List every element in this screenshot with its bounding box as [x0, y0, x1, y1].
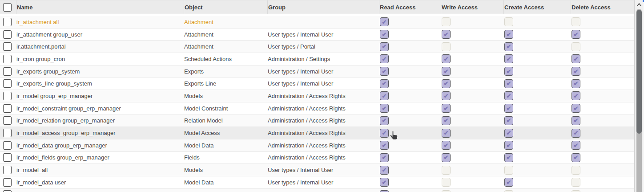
cell-name[interactable]: ir_model group_erp_manager: [16, 90, 184, 102]
cell-name[interactable]: ir_model_constraint group_erp_manager: [16, 102, 184, 114]
read-access-checkbox[interactable]: ✔: [380, 54, 389, 63]
create-access-checkbox[interactable]: [504, 190, 513, 192]
cell-name[interactable]: ir_model_relation group_erp_manager: [16, 115, 184, 127]
create-access-checkbox[interactable]: ✔: [504, 129, 513, 138]
cell-name[interactable]: ir_model_fields group_erp_manager: [16, 152, 184, 164]
read-access-checkbox[interactable]: ✔: [380, 166, 389, 175]
cell-group[interactable]: Administration / Access Rights: [267, 90, 379, 102]
cell-object[interactable]: Exports Line: [184, 78, 267, 90]
write-access-checkbox[interactable]: ✔: [442, 116, 451, 125]
delete-access-checkbox[interactable]: ✔: [572, 91, 580, 100]
row-select-checkbox[interactable]: [3, 92, 12, 100]
cell-name[interactable]: ir_model_data group_erp_manager: [16, 139, 184, 151]
cell-name[interactable]: ir_cron group_cron: [16, 53, 184, 65]
read-access-checkbox[interactable]: ✔: [380, 79, 389, 88]
delete-access-checkbox[interactable]: [572, 190, 580, 192]
create-access-checkbox[interactable]: [504, 166, 513, 175]
create-access-checkbox[interactable]: [504, 17, 513, 26]
cell-name[interactable]: ir_exports group_system: [16, 65, 184, 78]
create-access-checkbox[interactable]: ✔: [504, 104, 513, 113]
delete-access-checkbox[interactable]: ✔: [572, 153, 580, 162]
cell-group[interactable]: Administration / Access Rights: [267, 152, 379, 164]
table-row[interactable]: ir.attachment.portalAttachmentUser types…: [0, 41, 634, 53]
write-access-checkbox[interactable]: [442, 178, 451, 187]
delete-access-checkbox[interactable]: ✔: [572, 54, 580, 63]
cell-object[interactable]: Relation Model: [184, 115, 267, 127]
create-access-checkbox[interactable]: ✔: [504, 141, 513, 150]
cell-name[interactable]: ir_model_data user: [16, 176, 184, 188]
cell-group[interactable]: Administration / Settings: [267, 53, 379, 65]
cell-object[interactable]: Models: [184, 164, 267, 176]
write-access-checkbox[interactable]: ✔: [442, 67, 451, 76]
read-access-checkbox[interactable]: ✔: [380, 141, 389, 150]
cell-name[interactable]: ir_model_fields all: [16, 189, 184, 192]
write-access-checkbox[interactable]: [442, 166, 451, 175]
cell-group[interactable]: Administration / Access Rights: [267, 139, 379, 151]
row-select-checkbox[interactable]: [3, 190, 12, 192]
delete-access-checkbox[interactable]: [572, 166, 580, 175]
row-select-checkbox[interactable]: [3, 104, 12, 113]
scroll-up-button[interactable]: [635, 1, 644, 8]
table-row[interactable]: ir_model_allModelsUser types / Internal …: [0, 164, 634, 176]
read-access-checkbox[interactable]: ✔: [380, 42, 389, 51]
delete-access-checkbox[interactable]: ✔: [572, 30, 580, 39]
write-access-checkbox[interactable]: ✔: [442, 54, 451, 63]
row-select-checkbox[interactable]: [3, 129, 12, 137]
table-row[interactable]: ir_model_data group_erp_managerModel Dat…: [0, 139, 634, 152]
write-access-checkbox[interactable]: [442, 42, 451, 51]
cell-object[interactable]: Exports: [184, 65, 267, 78]
write-access-checkbox[interactable]: ✔: [442, 104, 451, 113]
row-select-checkbox[interactable]: [3, 30, 12, 39]
cell-object[interactable]: Attachment: [184, 16, 267, 28]
table-row[interactable]: ir_cron group_cronScheduled ActionsAdmin…: [0, 53, 634, 65]
row-select-checkbox[interactable]: [3, 42, 12, 51]
cell-object[interactable]: Model Access: [184, 127, 267, 139]
cell-group[interactable]: User types / Portal: [267, 41, 379, 53]
create-access-checkbox[interactable]: ✔: [504, 67, 513, 76]
write-access-checkbox[interactable]: [442, 17, 451, 26]
create-access-checkbox[interactable]: ✔: [504, 178, 513, 187]
read-access-checkbox[interactable]: ✔: [380, 190, 389, 192]
cell-name[interactable]: ir_model_access_group_erp_manager: [16, 127, 184, 139]
cell-name[interactable]: ir.attachment.portal: [16, 41, 184, 53]
delete-access-checkbox[interactable]: [572, 17, 580, 26]
delete-access-checkbox[interactable]: [572, 178, 580, 187]
create-access-checkbox[interactable]: ✔: [504, 79, 513, 88]
cell-group[interactable]: User types / Internal User: [267, 164, 379, 176]
table-row[interactable]: ir_model_access_group_erp_managerModel A…: [0, 127, 634, 139]
delete-access-checkbox[interactable]: ✔: [572, 104, 580, 113]
write-access-checkbox[interactable]: ✔: [442, 141, 451, 150]
table-row[interactable]: ir_exports_line group_systemExports Line…: [0, 78, 634, 90]
cell-name[interactable]: ir_attachment all: [16, 16, 184, 28]
row-select-checkbox[interactable]: [3, 166, 12, 174]
create-access-checkbox[interactable]: ✔: [504, 42, 513, 51]
row-select-checkbox[interactable]: [3, 178, 12, 187]
create-access-checkbox[interactable]: ✔: [504, 91, 513, 100]
cell-object[interactable]: Fields: [184, 152, 267, 164]
row-select-checkbox[interactable]: [3, 141, 12, 150]
write-access-checkbox[interactable]: ✔: [442, 153, 451, 162]
cell-group[interactable]: User types / Internal User: [267, 78, 379, 90]
row-select-checkbox[interactable]: [3, 18, 12, 26]
column-header-read-access[interactable]: Read Access: [379, 0, 441, 14]
delete-access-checkbox[interactable]: ✔: [572, 79, 580, 88]
scrollbar-thumb[interactable]: [636, 10, 642, 134]
delete-access-checkbox[interactable]: ✔: [572, 141, 580, 150]
read-access-checkbox[interactable]: ✔: [380, 129, 389, 138]
cell-group[interactable]: [267, 16, 379, 28]
create-access-checkbox[interactable]: ✔: [504, 153, 513, 162]
cell-group[interactable]: Administration / Access Rights: [267, 115, 379, 127]
table-row[interactable]: ir_model_data userModel DataUser types /…: [0, 176, 634, 189]
delete-access-checkbox[interactable]: ✔: [572, 129, 580, 138]
cell-group[interactable]: User types / Internal User: [267, 189, 379, 192]
table-row[interactable]: ir_model_fields allFieldsUser types / In…: [0, 189, 634, 192]
cell-group[interactable]: Administration / Access Rights: [267, 102, 379, 114]
cell-object[interactable]: Fields: [184, 189, 267, 192]
cell-object[interactable]: Model Data: [184, 176, 267, 188]
vertical-scrollbar[interactable]: [635, 0, 644, 192]
row-select-checkbox[interactable]: [3, 67, 12, 76]
table-row[interactable]: ir_model_relation group_erp_managerRelat…: [0, 115, 634, 127]
cell-group[interactable]: User types / Internal User: [267, 65, 379, 78]
column-header-write-access[interactable]: Write Access: [441, 0, 503, 14]
cell-object[interactable]: Models: [184, 90, 267, 102]
